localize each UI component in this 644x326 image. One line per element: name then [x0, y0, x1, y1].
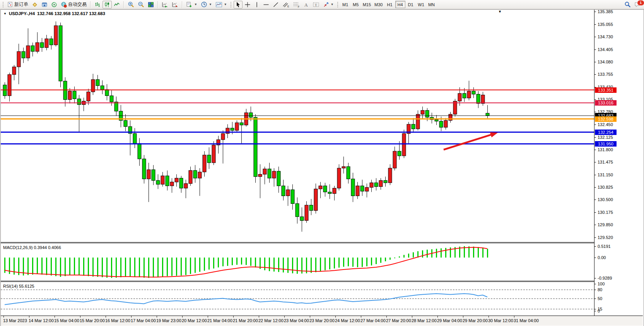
candle-body — [416, 114, 420, 129]
price-tick-label: 134.405 — [598, 47, 613, 52]
text-label-tool-button[interactable]: T — [311, 1, 321, 9]
time-tick-label: 24 Mar 12:00 — [335, 318, 360, 323]
trendline-tool-button[interactable] — [271, 1, 280, 9]
price-tick-mark — [594, 175, 596, 175]
autotrade-button[interactable]: 自动交易 — [59, 1, 88, 9]
time-tick-label: 31 Mar 04:00 — [514, 318, 539, 323]
toolbar-grip[interactable] — [230, 2, 232, 8]
zoom-in-button[interactable] — [126, 1, 136, 9]
candle-body — [374, 183, 378, 187]
auto-scroll-button[interactable] — [160, 1, 170, 9]
horizontal-line-tool-button[interactable] — [261, 1, 271, 9]
price-tick-label: 131.150 — [598, 172, 613, 177]
time-tick-label: 19 Mar 23:00 — [156, 318, 181, 323]
toolbar-grip[interactable] — [2, 2, 4, 8]
time-tick-label: 29 Mar 20:00 — [463, 318, 488, 323]
price-tick-label: 130.175 — [598, 210, 613, 215]
chart-shift-marker-icon[interactable]: ▼ — [498, 10, 502, 14]
arrows-tool-dropdown[interactable]: ▼ — [321, 1, 335, 9]
macd-plot[interactable] — [1, 243, 594, 281]
templates-dropdown[interactable]: ▼ — [214, 1, 229, 9]
timeframe-m15[interactable]: M15 — [361, 1, 372, 8]
zoom-out-icon — [138, 1, 144, 8]
time-tick-mark — [489, 316, 489, 317]
fibonacci-tool-button[interactable]: F — [291, 1, 301, 9]
timeframe-m1[interactable]: M1 — [340, 1, 350, 8]
crosshair-tool-button[interactable] — [243, 1, 252, 9]
rsi-indicator-label: RSI(14) 55.6125 — [3, 284, 34, 288]
bar-chart-button[interactable] — [93, 1, 102, 9]
time-tick-label: 17 Mar 04:00 — [131, 318, 156, 323]
trendline-icon — [273, 2, 279, 8]
time-tick-mark — [361, 316, 361, 317]
candle-body — [161, 176, 164, 184]
candle-body — [124, 120, 127, 126]
timeframe-d1[interactable]: D1 — [406, 1, 416, 8]
price-tick-mark — [594, 212, 596, 213]
one-click-trading-expander-icon[interactable]: ▼ — [3, 12, 7, 15]
timeframe-w1[interactable]: W1 — [416, 1, 426, 8]
text-tool-button[interactable]: A — [302, 1, 311, 9]
chart-window: ▼ USDJPY-,H4 132.746 132.958 132.617 132… — [0, 9, 644, 326]
time-tick-label: 21 Mar 20:00 — [233, 318, 258, 323]
timeframe-h1[interactable]: H1 — [385, 1, 395, 8]
candle-body — [207, 155, 211, 163]
cursor-tool-button[interactable] — [234, 1, 243, 9]
equidistant-channel-tool-button[interactable]: E — [281, 1, 291, 9]
candlestick-chart-button[interactable] — [102, 1, 112, 9]
candle-body — [272, 171, 276, 178]
rsi-tick-mark — [594, 299, 596, 299]
candle-body — [412, 124, 415, 129]
candle-body — [296, 203, 299, 217]
new-chart-dropdown[interactable]: ▼ — [184, 1, 199, 9]
time-tick-mark — [386, 316, 387, 317]
auto-scroll-icon — [162, 2, 168, 8]
terminal-button[interactable] — [40, 1, 49, 9]
strategy-tester-button[interactable] — [50, 1, 59, 9]
candle-body — [351, 179, 355, 196]
rsi-plot[interactable] — [1, 282, 594, 316]
time-tick-mark — [412, 316, 412, 317]
new-order-label: 新订单 — [14, 1, 28, 8]
dropdown-caret-icon: ▼ — [209, 3, 212, 6]
time-axis[interactable]: 13 Mar 202314 Mar 12:0015 Mar 04:0015 Ma… — [1, 316, 643, 326]
new-order-button[interactable]: 新订单 — [6, 1, 30, 9]
time-tick-label: 23 Mar 04:00 — [284, 318, 309, 323]
new-order-icon — [7, 2, 13, 7]
search-button[interactable] — [623, 1, 632, 9]
price-axis[interactable]: 135.385135.055134.730134.405134.080133.7… — [594, 10, 643, 316]
timeframe-h4[interactable]: H4 — [395, 1, 405, 8]
candle-body — [365, 188, 369, 191]
price-tick-label: 132.450 — [598, 122, 613, 127]
price-tick-mark — [594, 37, 596, 37]
candle-body — [212, 145, 215, 163]
candle-body — [282, 186, 285, 196]
rsi-tick-label: 80 — [598, 287, 602, 292]
timeframe-m5[interactable]: M5 — [351, 1, 361, 8]
toolbar-separator — [123, 1, 124, 8]
main-candlestick-plot[interactable] — [1, 10, 594, 242]
periods-dropdown[interactable]: ▼ — [199, 1, 214, 9]
price-tick-mark — [594, 137, 596, 138]
candle-body — [356, 186, 359, 196]
line-chart-button[interactable] — [112, 1, 121, 9]
time-tick-label: 29 Mar 04:00 — [437, 318, 462, 323]
price-tick-mark — [594, 225, 596, 225]
chart-shift-button[interactable] — [170, 1, 180, 9]
chart-wizard-button[interactable] — [30, 1, 39, 9]
candle-body — [333, 188, 336, 194]
timeframe-mn[interactable]: MN — [427, 1, 437, 8]
vertical-line-tool-button[interactable] — [253, 1, 261, 9]
tile-windows-button[interactable] — [146, 1, 155, 9]
time-tick-label: 16 Mar 12:00 — [105, 318, 130, 323]
candle-body — [50, 39, 53, 45]
trend-arrow — [444, 134, 494, 150]
cursor-icon — [235, 2, 241, 8]
price-tick-label: 129.520 — [598, 235, 613, 240]
candle-body — [439, 121, 443, 127]
timeframe-m30[interactable]: M30 — [373, 1, 384, 8]
notifications-button[interactable]: 1 — [633, 1, 643, 9]
toolbar-grip[interactable] — [337, 2, 339, 8]
zoom-out-button[interactable] — [136, 1, 146, 9]
toolbar-separator — [90, 1, 91, 8]
